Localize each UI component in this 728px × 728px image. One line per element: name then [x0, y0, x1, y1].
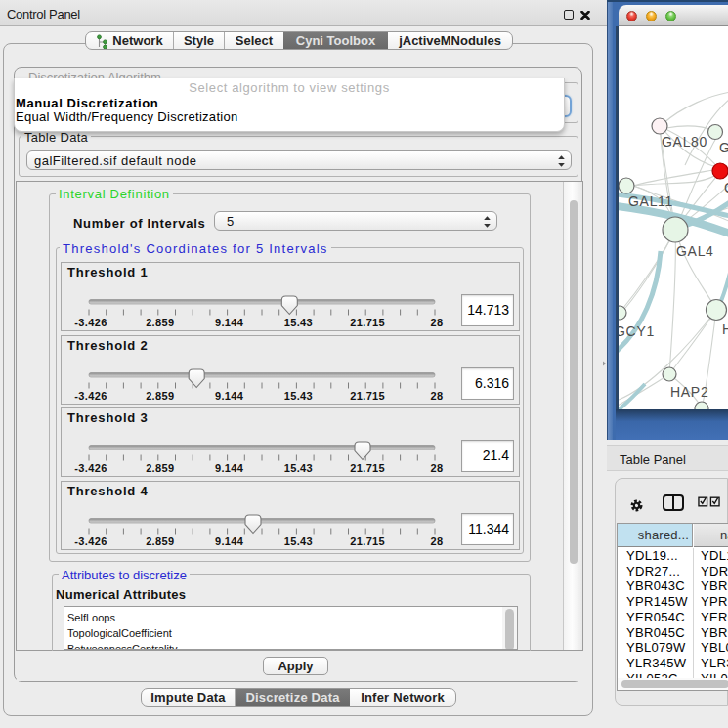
- svg-text:-3.426: -3.426: [74, 317, 107, 328]
- svg-text:H: H: [722, 321, 728, 337]
- svg-text:GAL4: GAL4: [676, 243, 714, 259]
- svg-text:9.144: 9.144: [215, 390, 244, 402]
- svg-text:2.859: 2.859: [146, 317, 174, 328]
- svg-text:21.715: 21.715: [350, 390, 385, 402]
- svg-text:15.43: 15.43: [284, 462, 313, 474]
- svg-text:9.144: 9.144: [215, 535, 244, 547]
- svg-text:2.859: 2.859: [146, 462, 174, 474]
- svg-text:9.144: 9.144: [215, 317, 244, 328]
- svg-text:21.715: 21.715: [350, 317, 385, 328]
- svg-text:GAL11: GAL11: [628, 193, 673, 209]
- svg-text:15.43: 15.43: [284, 390, 313, 402]
- svg-text:15.43: 15.43: [284, 317, 313, 328]
- svg-text:28: 28: [431, 317, 444, 328]
- svg-text:9.144: 9.144: [215, 462, 244, 474]
- svg-text:-3.426: -3.426: [74, 390, 107, 402]
- svg-text:28: 28: [431, 390, 444, 402]
- svg-text:-3.426: -3.426: [74, 462, 107, 474]
- svg-text:2.859: 2.859: [146, 390, 174, 402]
- svg-text:GCY1: GCY1: [619, 323, 655, 339]
- svg-text:GA: GA: [719, 140, 728, 155]
- svg-text:15.43: 15.43: [284, 535, 313, 547]
- svg-text:21.715: 21.715: [350, 535, 385, 547]
- svg-text:28: 28: [431, 462, 444, 474]
- svg-text:2.859: 2.859: [146, 535, 174, 547]
- svg-text:C: C: [724, 180, 728, 195]
- svg-text:GAL80: GAL80: [662, 134, 707, 150]
- svg-text:-3.426: -3.426: [74, 535, 107, 547]
- svg-text:HAP2: HAP2: [670, 384, 708, 400]
- svg-text:28: 28: [431, 535, 444, 547]
- svg-text:21.715: 21.715: [350, 462, 385, 474]
